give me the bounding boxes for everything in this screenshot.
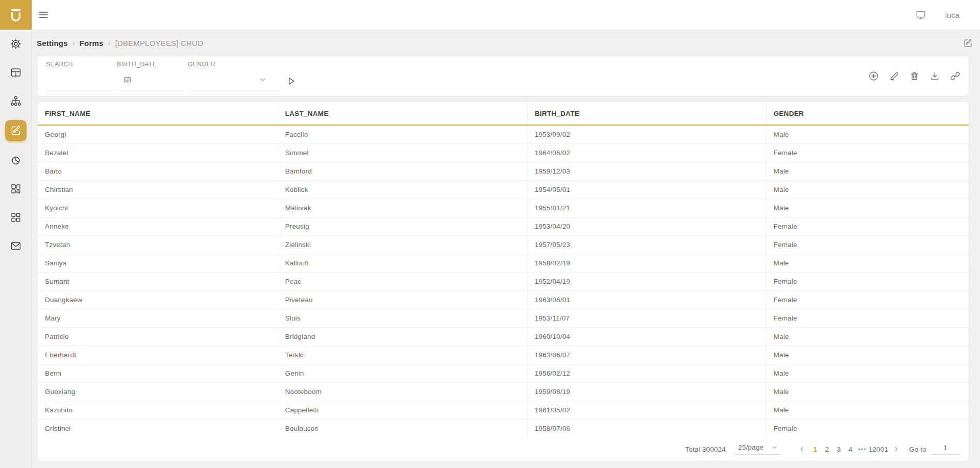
data-table-card: FIRST_NAMELAST_NAMEBIRTH_DATEGENDER Geor… — [38, 102, 968, 461]
edit-pencil-icon[interactable] — [889, 71, 899, 81]
goto-page-input[interactable] — [930, 444, 960, 455]
prev-page-icon[interactable] — [794, 446, 810, 452]
table-row[interactable]: CristinelBouloucos1958/07/06Female — [38, 419, 968, 437]
table-cell: Maliniak — [278, 199, 527, 217]
download-icon[interactable] — [930, 71, 940, 81]
column-header-gender[interactable]: GENDER — [766, 102, 968, 125]
table-cell: 1963/06/01 — [527, 290, 766, 309]
sidebar-item-settings[interactable] — [0, 30, 32, 58]
page-number-2[interactable]: 2 — [821, 446, 833, 453]
table-cell: 1957/05/23 — [527, 235, 766, 254]
chevron-down-icon — [259, 76, 266, 83]
sidebar-item-dashboards[interactable] — [0, 175, 32, 203]
monitor-icon[interactable] — [916, 10, 926, 20]
sidebar-item-tables[interactable] — [0, 58, 32, 87]
table-cell: Zielinski — [278, 235, 527, 254]
column-header-birth_date[interactable]: BIRTH_DATE — [527, 102, 766, 125]
table-cell: Female — [766, 272, 968, 290]
table-cell: Male — [766, 364, 968, 382]
sidebar-item-charts[interactable] — [0, 146, 32, 175]
table-cell: Nooteboom — [278, 382, 527, 401]
next-page-icon[interactable] — [889, 446, 904, 452]
crud-toolbar — [869, 71, 960, 81]
breadcrumb-forms[interactable]: Forms — [80, 39, 104, 47]
add-circle-icon[interactable] — [869, 71, 878, 81]
table-cell: Mary — [38, 309, 278, 327]
table-cell: 1959/08/19 — [527, 382, 766, 401]
table-cell: Cristinel — [38, 419, 278, 437]
gender-label: GENDER — [188, 61, 280, 70]
table-row[interactable]: AnnekePreusig1953/04/20Female — [38, 217, 968, 235]
sidebar-nav — [0, 30, 31, 260]
run-query-button[interactable] — [284, 75, 298, 88]
table-cell: Female — [766, 290, 968, 309]
page-number-4[interactable]: 4 — [845, 446, 856, 453]
sitemap-icon — [10, 95, 21, 107]
table-row[interactable]: BerniGenin1956/02/12Male — [38, 364, 968, 382]
table-cell: 1958/02/19 — [527, 254, 766, 272]
page-number-1[interactable]: 1 — [810, 446, 821, 453]
delete-trash-icon[interactable] — [910, 71, 919, 81]
last-page-number[interactable]: 12001 — [868, 446, 889, 453]
birth-date-label: BIRTH_DATE — [117, 61, 184, 70]
page-size-select[interactable]: 25/page — [734, 444, 781, 455]
breadcrumb-settings[interactable]: Settings — [37, 39, 68, 47]
sidebar-item-mail[interactable] — [0, 232, 32, 260]
hamburger-icon[interactable] — [36, 8, 51, 21]
table-row[interactable]: BezalelSimmel1964/06/02Female — [38, 143, 968, 162]
table-row[interactable]: KyoichiMaliniak1955/01/21Male — [38, 199, 968, 217]
table-cell: Male — [766, 254, 968, 272]
table-cell: 1952/04/19 — [527, 272, 766, 290]
table-cell: Male — [766, 125, 968, 143]
table-cell: Male — [766, 382, 968, 401]
table-cell: Georgi — [38, 125, 278, 143]
birth-date-input[interactable] — [117, 70, 184, 90]
app-logo[interactable] — [0, 0, 32, 30]
table-row[interactable]: GuoxiangNooteboom1959/08/19Male — [38, 382, 968, 401]
page-number-3[interactable]: 3 — [833, 446, 845, 453]
table-cell: Tzvetan — [38, 235, 278, 254]
mail-icon — [10, 240, 21, 252]
table-cell: Female — [766, 217, 968, 235]
table-cell: Terkki — [278, 346, 527, 364]
column-header-first_name[interactable]: FIRST_NAME — [38, 102, 278, 125]
link-icon[interactable] — [950, 71, 960, 81]
table-cell: Chirstian — [38, 180, 278, 199]
table-cell: Koblick — [278, 180, 527, 199]
table-cell: 1953/11/07 — [527, 309, 766, 327]
gear-icon — [10, 38, 21, 50]
table-row[interactable]: KazuhitoCappelletti1961/05/02Male — [38, 401, 968, 419]
more-pages-icon[interactable]: ••• — [856, 446, 868, 453]
table-row[interactable]: SaniyaKalloufi1958/02/19Male — [38, 254, 968, 272]
employees-table: FIRST_NAMELAST_NAMEBIRTH_DATEGENDER Geor… — [38, 102, 968, 437]
table-row[interactable]: ChirstianKoblick1954/05/01Male — [38, 180, 968, 199]
table-row[interactable]: EberhardtTerkki1963/06/07Male — [38, 346, 968, 364]
grid-icon — [10, 212, 21, 223]
calendar-icon — [123, 76, 132, 84]
table-cell: Barto — [38, 162, 278, 180]
table-cell: Kazuhito — [38, 401, 278, 419]
sidebar-item-apps[interactable] — [0, 203, 32, 232]
table-cell: 1956/02/12 — [527, 364, 766, 382]
table-row[interactable]: MarySluis1953/11/07Female — [38, 309, 968, 327]
table-row[interactable]: TzvetanZielinski1957/05/23Female — [38, 235, 968, 254]
table-cell: 1954/05/01 — [527, 180, 766, 199]
table-row[interactable]: DuangkaewPiveteau1963/06/01Female — [38, 290, 968, 309]
table-cell: Female — [766, 143, 968, 162]
table-row[interactable]: SumantPeac1952/04/19Female — [38, 272, 968, 290]
table-cell: Anneke — [38, 217, 278, 235]
table-cell: Kalloufi — [278, 254, 527, 272]
sidebar-item-hierarchy[interactable] — [0, 87, 32, 115]
table-cell: Male — [766, 180, 968, 199]
table-row[interactable]: GeorgiFacello1953/09/02Male — [38, 125, 968, 143]
compose-icon[interactable] — [963, 38, 973, 48]
search-input[interactable] — [46, 76, 113, 84]
gender-select[interactable] — [188, 70, 280, 90]
main-area: luca Settings › Forms › [DBEMPLOYEES] CR… — [32, 0, 980, 468]
table-row[interactable]: BartoBamford1959/12/03Male — [38, 162, 968, 180]
user-menu[interactable]: luca — [945, 11, 960, 19]
sidebar-item-forms[interactable] — [0, 115, 32, 146]
column-header-last_name[interactable]: LAST_NAME — [278, 102, 527, 125]
table-cell: 1964/06/02 — [527, 143, 766, 162]
table-row[interactable]: PatricioBridgland1960/10/04Male — [38, 327, 968, 346]
